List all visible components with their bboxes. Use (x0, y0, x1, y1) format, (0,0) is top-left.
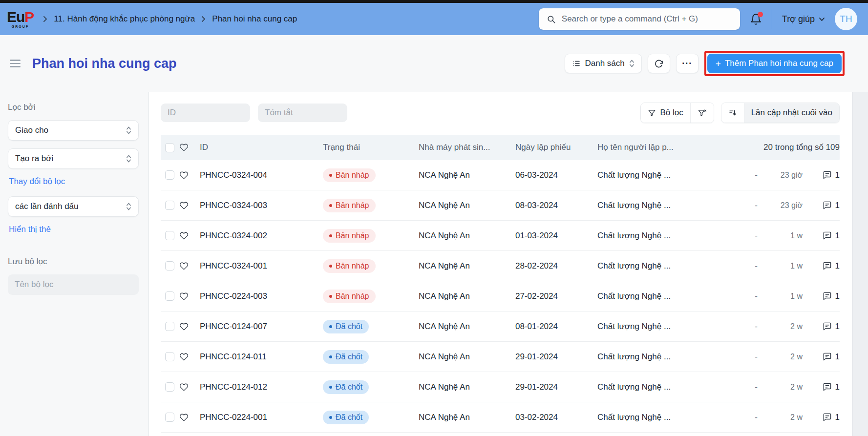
sort-field-button[interactable]: Lần cập nhật cuối vào (744, 103, 839, 123)
row-id-link[interactable]: PHNCC-0124-012 (200, 382, 323, 392)
row-checkbox[interactable] (165, 201, 174, 210)
global-search-input[interactable]: Search or type a command (Ctrl + G) (539, 8, 740, 30)
like-heart-icon[interactable] (179, 292, 200, 301)
row-checkbox[interactable] (165, 382, 174, 392)
view-switcher-button[interactable]: Danh sách (565, 54, 642, 73)
notifications-bell-button[interactable] (750, 13, 762, 25)
status-dot (329, 295, 332, 298)
row-assigned: - (725, 322, 758, 332)
status-badge: Đã chốt (323, 411, 369, 424)
column-header-person[interactable]: Họ tên người lập p... (597, 143, 725, 152)
row-assigned: - (725, 413, 758, 422)
row-last-modified: 2 w (758, 353, 803, 361)
edit-filters-link[interactable]: Thay đổi bộ lọc (9, 177, 139, 187)
row-checkbox[interactable] (165, 413, 174, 422)
menu-ellipsis-button[interactable]: ··· (676, 54, 699, 73)
row-plant: NCA Nghệ An (419, 291, 515, 301)
breadcrumb-item-module[interactable]: 11. Hành động khắc phục phòng ngừa (54, 14, 195, 24)
column-header-status[interactable]: Trạng thái (323, 143, 419, 152)
sidebar-toggle-button[interactable] (10, 60, 21, 67)
table-row[interactable]: PHNCC-0324-004 Bản nháp NCA Nghệ An 06-0… (161, 160, 840, 190)
row-checkbox[interactable] (165, 352, 174, 361)
tags-select[interactable]: các lần đánh dấu (8, 196, 139, 217)
table-row[interactable]: PHNCC-0324-001 Bản nháp NCA Nghệ An 28-0… (161, 251, 840, 281)
row-last-modified: 1 w (758, 292, 803, 301)
row-comment-count: 1 (803, 382, 840, 392)
row-comment-count: 1 (803, 322, 840, 332)
row-id-link[interactable]: PHNCC-0324-004 (200, 170, 323, 180)
table-row[interactable]: PHNCC-0224-003 Bản nháp NCA Nghệ An 27-0… (161, 281, 840, 311)
row-id-link[interactable]: PHNCC-0324-003 (200, 201, 323, 210)
comment-icon (823, 352, 832, 361)
like-heart-icon[interactable] (179, 383, 200, 392)
status-dot (329, 265, 332, 268)
status-badge: Bản nháp (323, 199, 376, 212)
status-badge: Đã chốt (323, 350, 369, 364)
like-heart-icon[interactable] (179, 322, 200, 331)
filter-button[interactable]: Bộ lọc (641, 103, 690, 123)
view-switcher-label: Danh sách (585, 59, 625, 68)
created-by-select[interactable]: Tạo ra bởi (8, 148, 139, 169)
row-checkbox[interactable] (165, 291, 174, 301)
row-person: Chất lượng Nghệ ... (597, 291, 725, 301)
clear-filters-button[interactable] (690, 103, 714, 123)
breadcrumb: 11. Hành động khắc phục phòng ngừa Phan … (42, 14, 297, 24)
row-person: Chất lượng Nghệ ... (597, 231, 725, 241)
row-id-link[interactable]: PHNCC-0124-007 (200, 322, 323, 332)
assigned-to-label: Giao cho (15, 125, 48, 135)
like-heart-icon[interactable] (179, 353, 200, 361)
table-row[interactable]: PHNCC-0124-007 Đã chốt NCA Nghệ An 08-01… (161, 311, 840, 342)
app-logo[interactable]: EuP GROUP (7, 10, 34, 28)
select-chevrons-icon (629, 59, 635, 68)
row-id-link[interactable]: PHNCC-0324-001 (200, 261, 323, 271)
like-heart-icon[interactable] (179, 201, 200, 210)
row-date: 08-03-2024 (515, 201, 597, 210)
filter-name-input[interactable] (8, 274, 139, 295)
assigned-to-select[interactable]: Giao cho (8, 120, 139, 141)
breadcrumb-item-doctype[interactable]: Phan hoi nha cung cap (212, 14, 297, 24)
like-heart-icon[interactable] (179, 171, 200, 180)
row-id-link[interactable]: PHNCC-0224-001 (200, 413, 323, 422)
comment-icon (823, 231, 832, 240)
like-heart-icon[interactable] (179, 413, 200, 422)
help-label: Trợ giúp (782, 14, 815, 24)
table-row[interactable]: PHNCC-0324-003 Bản nháp NCA Nghệ An 08-0… (161, 190, 840, 221)
row-id-link[interactable]: PHNCC-0224-003 (200, 291, 323, 301)
show-tags-link[interactable]: Hiển thị thẻ (9, 225, 139, 234)
table-row[interactable]: PHNCC-0224-001 Đã chốt NCA Nghệ An 03-02… (161, 402, 840, 433)
status-badge: Bản nháp (323, 168, 376, 182)
column-header-date[interactable]: Ngày lập phiếu (515, 143, 597, 152)
comment-icon (823, 261, 832, 270)
row-checkbox[interactable] (165, 322, 174, 331)
row-checkbox[interactable] (165, 231, 174, 240)
user-avatar[interactable]: TH (835, 8, 857, 30)
row-id-link[interactable]: PHNCC-0324-002 (200, 231, 323, 241)
column-header-id[interactable]: ID (200, 143, 323, 152)
row-person: Chất lượng Nghệ ... (597, 382, 725, 392)
column-header-plant[interactable]: Nhà máy phát sin... (419, 143, 515, 152)
table-row[interactable]: PHNCC-0324-002 Bản nháp NCA Nghệ An 01-0… (161, 221, 840, 251)
like-heart-icon[interactable] (179, 231, 200, 240)
row-plant: NCA Nghệ An (419, 322, 515, 332)
row-last-modified: 2 w (758, 322, 803, 331)
like-heart-icon[interactable] (179, 262, 200, 270)
row-id-link[interactable]: PHNCC-0124-011 (200, 352, 323, 362)
refresh-button[interactable] (648, 54, 670, 73)
select-all-checkbox[interactable] (165, 143, 174, 152)
table-row[interactable]: PHNCC-0124-012 Đã chốt NCA Nghệ An 29-01… (161, 372, 840, 402)
row-checkbox[interactable] (165, 170, 174, 180)
table-row[interactable]: PHNCC-0124-011 Đã chốt NCA Nghệ An 29-01… (161, 342, 840, 372)
comment-icon (823, 291, 832, 301)
scroll-gutter[interactable] (852, 92, 868, 436)
ellipsis-icon: ··· (682, 59, 692, 69)
add-document-button[interactable]: + Thêm Phan hoi nha cung cap (707, 54, 842, 73)
summary-filter-input[interactable] (258, 104, 347, 122)
help-menu-button[interactable]: Trợ giúp (782, 14, 825, 24)
row-checkbox[interactable] (165, 261, 174, 270)
chevron-right-icon (42, 15, 48, 23)
add-document-label: Thêm Phan hoi nha cung cap (725, 59, 833, 68)
comment-icon (823, 201, 832, 210)
sort-direction-button[interactable] (721, 103, 744, 123)
liked-by-filter-icon[interactable] (179, 143, 200, 152)
id-filter-input[interactable] (161, 104, 250, 122)
